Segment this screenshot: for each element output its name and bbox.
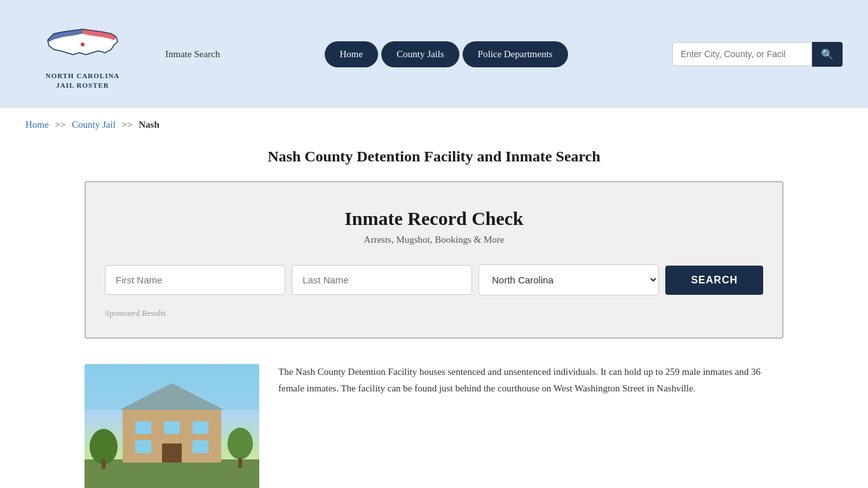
first-name-input[interactable] — [105, 265, 285, 295]
search-icon: 🔍 — [821, 49, 834, 60]
svg-rect-10 — [162, 444, 182, 463]
header-search-area: 🔍 — [672, 42, 843, 67]
record-check-box: Inmate Record Check Arrests, Mugshot, Bo… — [85, 181, 783, 339]
svg-rect-6 — [164, 421, 180, 434]
svg-rect-15 — [85, 364, 259, 410]
record-check-subtitle: Arrests, Mugshot, Bookings & More — [105, 234, 763, 245]
svg-rect-9 — [193, 440, 208, 453]
main-nav: Home County Jails Police Departments — [239, 41, 653, 67]
logo-text: NORTH CAROLINA JAIL ROSTER — [46, 71, 120, 91]
record-check-title: Inmate Record Check — [105, 208, 763, 229]
logo-area: NORTH CAROLINA JAIL ROSTER — [25, 18, 140, 91]
facility-image — [85, 364, 259, 488]
state-select[interactable]: North Carolina Alabama Alaska Arizona Ca… — [478, 264, 659, 295]
page-title: Nash County Detention Facility and Inmat… — [25, 148, 843, 165]
inmate-search-link[interactable]: Inmate Search — [165, 49, 220, 60]
facility-description: The Nash County Detention Facility house… — [278, 364, 783, 396]
svg-rect-2 — [85, 459, 259, 488]
svg-rect-12 — [102, 459, 105, 469]
svg-point-11 — [90, 429, 118, 464]
nav-county-jails-button[interactable]: County Jails — [381, 41, 459, 67]
breadcrumb-separator-2: >> — [122, 119, 133, 130]
svg-rect-5 — [135, 421, 151, 434]
breadcrumb: Home >> County Jail >> Nash — [0, 108, 868, 142]
facility-section: The Nash County Detention Facility house… — [85, 364, 783, 488]
svg-rect-7 — [193, 421, 208, 434]
header-search-input[interactable] — [672, 42, 812, 66]
search-form-row: North Carolina Alabama Alaska Arizona Ca… — [105, 264, 763, 295]
svg-point-1 — [81, 43, 85, 46]
record-search-button[interactable]: SEARCH — [665, 266, 763, 295]
svg-rect-8 — [135, 440, 151, 453]
header-search-button[interactable]: 🔍 — [812, 42, 843, 67]
svg-point-13 — [227, 428, 253, 459]
breadcrumb-separator-1: >> — [55, 119, 65, 130]
main-content: Nash County Detention Facility and Inmat… — [0, 142, 868, 488]
logo-image — [41, 18, 124, 69]
nav-home-button[interactable]: Home — [325, 41, 379, 67]
breadcrumb-home-link[interactable]: Home — [25, 119, 49, 130]
svg-rect-14 — [238, 458, 242, 468]
breadcrumb-county-jail-link[interactable]: County Jail — [72, 119, 116, 130]
sponsored-results-label: Sponsored Results — [105, 308, 763, 318]
nav-police-departments-button[interactable]: Police Departments — [463, 41, 568, 67]
site-header: NORTH CAROLINA JAIL ROSTER Inmate Search… — [0, 0, 868, 108]
last-name-input[interactable] — [292, 265, 472, 295]
breadcrumb-current: Nash — [139, 119, 159, 130]
